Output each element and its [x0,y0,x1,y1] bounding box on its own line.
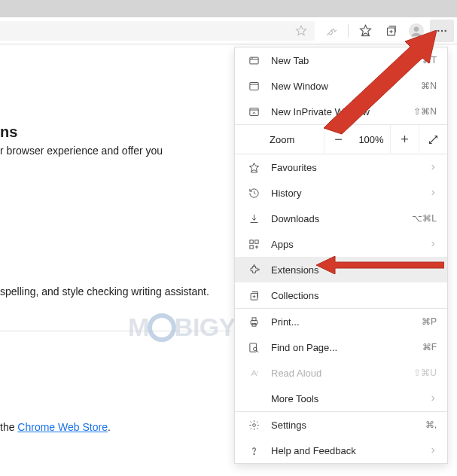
menu-label: Collections [271,290,437,301]
toolbar-separator [348,24,349,38]
favourites-icon [245,162,262,173]
apps-icon [245,239,262,250]
history-icon [245,188,262,199]
menu-more-tools[interactable]: More Tools [235,386,447,411]
menu-label: History [271,188,429,199]
svg-point-8 [444,29,446,31]
page-desc-fragment: r browser experience and offer you [0,145,163,157]
menu-label: Find on Page... [271,342,422,353]
menu-print[interactable]: Print... ⌘P [235,309,447,334]
new-tab-icon [245,55,262,66]
zoom-label: Zoom [235,134,324,145]
help-icon [245,445,262,456]
star-icon[interactable] [292,20,310,42]
menu-label: More Tools [271,393,429,404]
menu-settings[interactable]: Settings ⌘, [235,412,447,438]
zoom-out-button[interactable]: − [324,124,352,154]
svg-rect-9 [249,57,257,64]
menu-label: Favourites [271,162,429,173]
favourites-icon[interactable] [353,20,377,42]
menu-favourites[interactable]: Favourites [235,154,447,180]
svg-point-5 [414,26,419,31]
menu-read-aloud: Read Aloud ⇧⌘U [235,360,447,386]
menu-label: New InPrivate Window [271,106,413,117]
downloads-icon [245,213,262,224]
svg-point-22 [253,264,254,266]
menu-shortcut: ⌘T [422,55,437,66]
new-window-icon [245,81,262,92]
menu-collections[interactable]: Collections [235,282,447,308]
svg-rect-27 [251,320,257,324]
tab-strip [0,0,457,17]
menu-label: New Window [271,81,421,92]
menu-new-inprivate[interactable]: New InPrivate Window ⇧⌘N [235,99,447,124]
chrome-web-store-link[interactable]: Chrome Web Store [17,421,108,433]
reader-icon[interactable] [319,20,343,42]
svg-rect-28 [252,317,256,320]
svg-rect-29 [252,323,256,326]
menu-shortcut: ⌥⌘L [412,213,437,224]
svg-rect-17 [249,240,252,243]
collections-icon[interactable] [379,20,403,42]
toolbar-actions [319,20,457,42]
address-bar[interactable] [0,21,315,41]
menu-label: Downloads [271,213,412,224]
menu-shortcut: ⌘P [422,316,437,327]
svg-rect-18 [254,240,257,243]
menu-shortcut: ⇧⌘N [413,106,437,117]
menu-label: Help and Feedback [271,445,429,456]
chevron-right-icon [429,240,437,248]
menu-shortcut: ⌘F [422,342,437,352]
chevron-right-icon [429,395,437,402]
menu-label: New Tab [271,55,422,66]
chevron-right-icon [429,189,437,197]
inprivate-icon [245,106,262,117]
menu-label: Read Aloud [271,368,413,379]
page-title-fragment: ns [0,124,17,141]
svg-rect-14 [249,108,257,115]
find-icon [245,342,262,353]
svg-rect-12 [249,82,257,90]
gear-icon [245,420,262,431]
profile-icon[interactable] [404,20,428,42]
svg-point-6 [437,29,439,31]
menu-new-tab[interactable]: New Tab ⌘T [235,47,447,73]
menu-label: Extensions [271,264,437,276]
menu-history[interactable]: History [235,180,447,206]
menu-extensions[interactable]: Extensions [235,257,447,282]
chevron-right-icon [429,447,437,454]
svg-point-33 [252,423,255,426]
fullscreen-button[interactable] [419,124,447,154]
chevron-right-icon [429,163,437,171]
menu-shortcut: ⌘N [421,81,437,91]
menu-label: Print... [271,316,422,328]
webstore-text: the Chrome Web Store. [0,421,111,433]
menu-help[interactable]: Help and Feedback [235,438,447,463]
webstore-pre: the [0,421,17,433]
menu-new-window[interactable]: New Window ⌘N [235,73,447,99]
settings-menu: New Tab ⌘T New Window ⌘N New InPrivate W… [234,47,448,464]
zoom-value: 100% [352,134,390,145]
menu-shortcut: ⌘, [425,420,437,430]
zoom-in-button[interactable]: + [390,124,419,154]
menu-shortcut: ⇧⌘U [413,368,437,378]
collections-icon [245,290,262,301]
print-icon [245,316,262,328]
page-assistant-fragment: spelling, and style checking writing ass… [0,285,209,298]
svg-rect-19 [249,245,252,248]
svg-point-7 [441,29,443,31]
menu-label: Apps [271,239,429,250]
menu-downloads[interactable]: Downloads ⌥⌘L [235,206,447,231]
webstore-post: . [108,421,111,433]
more-icon[interactable] [430,20,454,42]
svg-point-34 [254,453,254,454]
menu-find[interactable]: Find on Page... ⌘F [235,334,447,360]
extensions-icon [245,264,262,276]
menu-apps[interactable]: Apps [235,231,447,257]
menu-zoom: Zoom − 100% + [235,124,447,154]
svg-point-23 [258,269,260,270]
browser-toolbar [0,17,457,44]
menu-label: Settings [271,420,425,431]
read-aloud-icon [245,368,262,379]
